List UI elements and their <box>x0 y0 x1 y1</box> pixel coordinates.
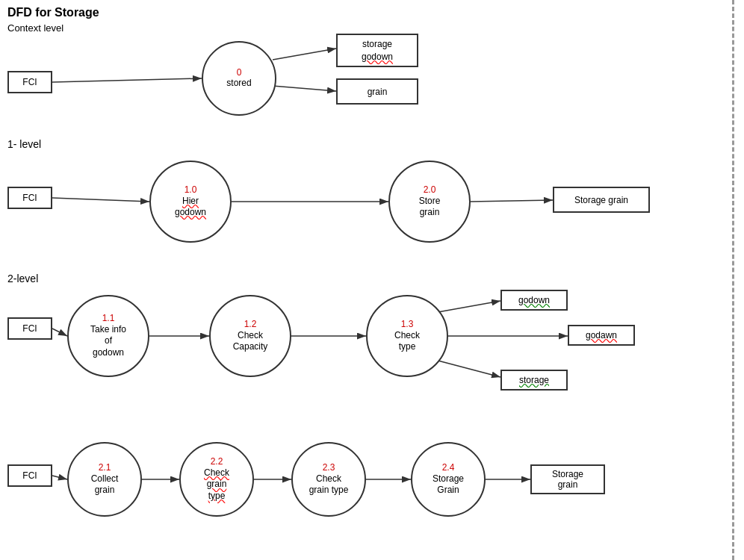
level2-bot-circle-2: 2.2 Checkgraintype <box>179 442 254 517</box>
svg-line-4 <box>52 198 149 202</box>
level2-bot-c3-label: Checkgrain type <box>309 473 349 497</box>
svg-line-6 <box>471 200 553 202</box>
right-border <box>732 0 744 560</box>
level2-bot-c1-label: Collectgrain <box>91 473 119 497</box>
level2-godown-top-rect: godown <box>500 290 568 311</box>
level1-circle-2: 2.0 Storegrain <box>388 161 471 243</box>
level2-top-fci-rect: FCI <box>7 317 52 340</box>
level2-top-c2-label: CheckCapacity <box>233 330 268 353</box>
level2-top-circle-3: 1.3 Checktype <box>366 295 448 377</box>
level2-bot-c4-num: 2.4 <box>442 462 455 473</box>
svg-line-1 <box>52 78 202 82</box>
level2-bot-c2-num: 2.2 <box>211 456 223 467</box>
level2-bot-c2-label: Checkgraintype <box>204 467 229 503</box>
level1-circle1-label: Hiergodown <box>175 196 206 219</box>
level2-top-c1-label: Take infoofgodown <box>90 324 126 359</box>
level2-label: 2-level <box>7 273 38 284</box>
level2-bot-storage-grain-rect: Storagegrain <box>530 464 605 494</box>
context-circle-label: stored <box>226 78 251 90</box>
svg-line-7 <box>52 329 67 336</box>
level2-godawn-right-rect: godawn <box>568 325 635 346</box>
svg-line-2 <box>273 49 336 60</box>
page-title: DFD for Storage <box>7 6 99 19</box>
page-subtitle: Context level <box>7 22 63 34</box>
svg-line-13 <box>52 476 67 479</box>
level1-circle2-num: 2.0 <box>424 184 436 195</box>
level2-top-c1-num: 1.1 <box>102 313 115 323</box>
level1-circle1-num: 1.0 <box>185 184 197 195</box>
context-circle-num: 0 <box>237 67 242 78</box>
level2-bot-circle-1: 2.1 Collectgrain <box>67 442 142 517</box>
svg-line-3 <box>273 86 336 91</box>
context-fci-rect: FCI <box>7 71 52 93</box>
level2-top-c3-label: Checktype <box>394 330 420 353</box>
context-grain-rect: grain <box>336 78 418 105</box>
context-storage-godown-rect: storage godown <box>336 34 418 67</box>
level2-bot-circle-3: 2.3 Checkgrain type <box>291 442 366 517</box>
context-godown-text: godown <box>362 51 393 63</box>
level1-fci-rect: FCI <box>7 187 52 209</box>
level1-circle2-label: Storegrain <box>419 196 441 219</box>
level2-top-circle-1: 1.1 Take infoofgodown <box>67 295 149 377</box>
level2-bot-circle-4: 2.4 StorageGrain <box>411 442 486 517</box>
level1-storage-grain-rect: Storage grain <box>553 187 650 213</box>
bot-storage-grain-text: Storagegrain <box>552 469 583 490</box>
svg-line-12 <box>430 358 500 377</box>
level2-bot-fci-rect: FCI <box>7 464 52 487</box>
godawn-right-text: godawn <box>586 330 617 340</box>
level2-top-c3-num: 1.3 <box>401 319 414 329</box>
context-storage-text: storage <box>362 38 392 51</box>
level1-circle-1: 1.0 Hiergodown <box>149 161 232 243</box>
level2-storage-rect: storage <box>500 370 568 391</box>
level2-top-circle-2: 1.2 CheckCapacity <box>209 295 291 377</box>
context-circle-0: 0 stored <box>202 41 276 116</box>
godown-top-text: godown <box>518 295 550 305</box>
level2-bot-c3-num: 2.3 <box>323 462 335 473</box>
level2-top-c2-num: 1.2 <box>244 319 257 329</box>
level2-bot-c1-num: 2.1 <box>99 462 111 473</box>
level2-bot-c4-label: StorageGrain <box>433 473 464 497</box>
level1-label: 1- level <box>7 138 41 150</box>
storage-text: storage <box>519 375 549 385</box>
